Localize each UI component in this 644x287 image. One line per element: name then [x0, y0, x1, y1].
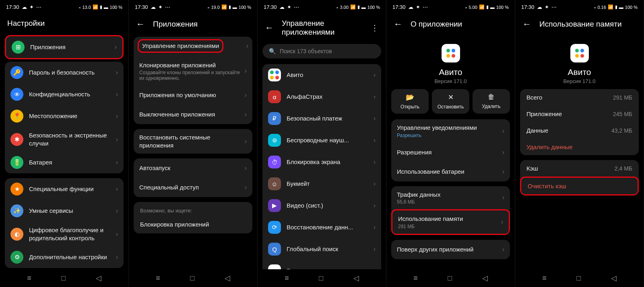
- apps-item-autostart[interactable]: Автозапуск›: [134, 158, 252, 178]
- list-item[interactable]: Трафик данных55,6 МБ ›: [391, 186, 510, 210]
- app-icon: ₽: [268, 112, 281, 125]
- chevron-right-icon: ›: [502, 194, 504, 201]
- nav-home[interactable]: □: [448, 274, 452, 283]
- nav-recents[interactable]: ≡: [27, 274, 31, 283]
- app-list-item[interactable]: ✦ Госуслуги ›: [262, 260, 381, 269]
- search-hint-item[interactable]: Блокировка приложений: [134, 217, 252, 233]
- action-button[interactable]: 📂 Открыть: [391, 89, 429, 114]
- app-list-item[interactable]: ⊚ Беспроводные науш... ›: [262, 129, 381, 151]
- star-icon: ★: [10, 183, 23, 195]
- chevron-right-icon: ›: [374, 245, 376, 253]
- nav-back[interactable]: ◁: [353, 274, 359, 283]
- back-button[interactable]: ←: [265, 23, 274, 33]
- status-bar: 17:30☁✦⋯ ₙ13.0📶▮▬100 %: [0, 0, 128, 14]
- settings-item-special[interactable]: ★Специальные функции›: [5, 178, 124, 200]
- back-button[interactable]: ←: [394, 19, 402, 29]
- more-button[interactable]: ⋮: [371, 23, 379, 33]
- key-icon: 🔑: [10, 66, 23, 79]
- settings-item-additional[interactable]: ⚙Дополнительные настройки›: [5, 246, 124, 268]
- nav-bar: ≡□◁: [258, 269, 386, 287]
- app-icon: [268, 69, 281, 81]
- nav-home[interactable]: □: [61, 274, 66, 283]
- apps-item-default[interactable]: Приложения по умолчанию›: [134, 85, 252, 105]
- chevron-right-icon: ›: [245, 184, 247, 191]
- apps-item-special-access[interactable]: Специальный доступ›: [134, 178, 252, 197]
- chevron-right-icon: ›: [502, 149, 504, 156]
- header: ← Использование памяти: [515, 14, 644, 37]
- nav-recents[interactable]: ≡: [285, 274, 289, 283]
- kv-row[interactable]: Очистить кэш: [520, 177, 639, 195]
- status-battery: 100 %: [110, 5, 122, 10]
- screen-settings: 17:30☁✦⋯ ₙ13.0📶▮▬100 % Настройки ⊞ Прило…: [0, 0, 129, 287]
- nav-bar: ≡□◁: [0, 269, 128, 287]
- app-list-item[interactable]: ☺ Букмейт ›: [262, 173, 381, 195]
- settings-item-password[interactable]: 🔑Пароль и безопасность›: [5, 62, 124, 83]
- app-list-item[interactable]: ₽ Безопасный платеж ›: [262, 108, 381, 129]
- settings-item-battery[interactable]: 🔋Батарея›: [5, 152, 124, 173]
- apps-item-disabled[interactable]: Выключенные приложения›: [134, 105, 252, 124]
- settings-item-location[interactable]: 📍Местоположение›: [5, 105, 124, 127]
- nav-bar: ≡□◁: [386, 269, 515, 287]
- back-button[interactable]: ←: [522, 19, 531, 29]
- status-time: 17:30: [6, 4, 19, 10]
- list-item[interactable]: Управление уведомлениямиРазрешить ›: [391, 119, 510, 143]
- search-input[interactable]: 🔍 Поиск 173 объектов: [262, 44, 381, 58]
- settings-item-emergency[interactable]: ✱Безопасность и экстренные случаи›: [5, 127, 124, 152]
- kv-row: Всего291 МБ: [520, 89, 639, 106]
- back-button[interactable]: ←: [136, 19, 145, 29]
- apps-item-clone[interactable]: Клонирование приложенийСоздавайте клоны …: [134, 57, 252, 86]
- page-title: Настройки: [7, 19, 45, 28]
- nav-recents[interactable]: ≡: [542, 274, 547, 283]
- list-item[interactable]: Разрешения ›: [391, 143, 510, 162]
- app-list-item[interactable]: α АльфаСтрах ›: [262, 86, 381, 108]
- app-list-item[interactable]: Q Глобальный поиск ›: [262, 238, 381, 260]
- apps-item-manage[interactable]: Управление приложениями ›: [134, 37, 252, 57]
- nav-home[interactable]: □: [576, 274, 581, 283]
- app-list-item[interactable]: ⟳ Восстановление данн... ›: [262, 216, 381, 238]
- settings-item-wellbeing[interactable]: ◐Цифровое благополучие и родительский ко…: [5, 222, 124, 246]
- app-list-item[interactable]: Авито ›: [262, 64, 381, 86]
- status-bar: 17:30☁✦⋯ ₙ3.00📶▮▬100 %: [258, 0, 386, 14]
- app-icon: α: [268, 90, 281, 103]
- nav-home[interactable]: □: [319, 274, 323, 283]
- nav-back[interactable]: ◁: [482, 274, 488, 283]
- nav-recents[interactable]: ≡: [156, 274, 160, 283]
- list-item[interactable]: Использование батареи ›: [391, 162, 510, 181]
- screen-app-info: 17:30☁✦⋯ ₙ5.00📶▮▬100 % ← О приложении Ав…: [386, 0, 515, 287]
- list-item[interactable]: Использование памяти291 МБ ›: [391, 209, 510, 235]
- list-item[interactable]: Поверх других приложений ›: [391, 240, 510, 259]
- kv-row: Приложение245 МБ: [520, 106, 639, 122]
- header: ← Управление приложениями ⋮: [258, 14, 386, 44]
- app-list-item[interactable]: ⏱ Блокировка экрана ›: [262, 151, 381, 173]
- nav-back[interactable]: ◁: [611, 274, 617, 283]
- app-icon: ⟳: [268, 221, 281, 234]
- settings-item-apps[interactable]: ⊞ Приложения ›: [5, 35, 124, 59]
- kv-row[interactable]: Удалить данные: [520, 139, 639, 155]
- nav-back[interactable]: ◁: [96, 274, 101, 283]
- apps-grid-icon: ⊞: [12, 41, 25, 54]
- app-icon: ⏱: [268, 156, 281, 168]
- chevron-right-icon: ›: [245, 92, 247, 99]
- kv-row: Кэш2,4 МБ: [520, 160, 639, 177]
- apps-item-restore[interactable]: Восстановить системные приложения›: [134, 129, 252, 154]
- page-title: Использование памяти: [539, 20, 622, 29]
- chevron-right-icon: ›: [374, 71, 376, 79]
- action-button[interactable]: 🗑 Удалить: [473, 89, 510, 114]
- smart-icon: ✨: [10, 204, 23, 217]
- search-hint-label: Возможно, вы ищете:: [134, 202, 252, 217]
- nav-recents[interactable]: ≡: [413, 274, 418, 283]
- settings-item-privacy[interactable]: 👁Конфиденциальность›: [5, 83, 124, 105]
- app-icon: ⊚: [268, 134, 281, 147]
- settings-item-smart[interactable]: ✨Умные сервисы›: [5, 200, 124, 222]
- app-icon: ✦: [268, 264, 281, 269]
- nav-bar: ≡□◁: [515, 269, 644, 287]
- nav-home[interactable]: □: [190, 274, 194, 283]
- status-speed: 13.0: [82, 5, 91, 10]
- action-button[interactable]: ✕ Остановить: [432, 89, 469, 114]
- app-list-item[interactable]: ▶ Видео (сист.) ›: [262, 195, 381, 216]
- chevron-right-icon: ›: [115, 44, 117, 51]
- header: ← Приложения: [129, 14, 257, 37]
- nav-back[interactable]: ◁: [225, 274, 230, 283]
- battery-icon: 🔋: [10, 156, 23, 169]
- chevron-right-icon: ›: [245, 138, 247, 145]
